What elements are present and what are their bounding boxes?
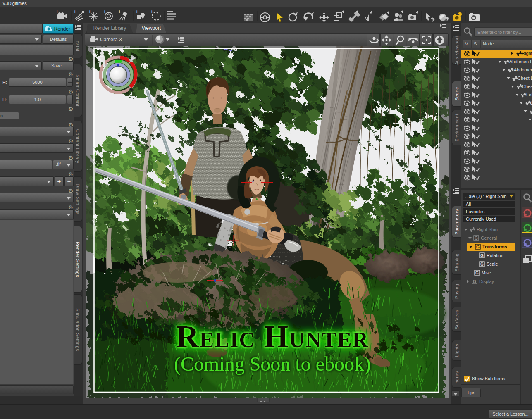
- svg-text:+: +: [136, 9, 138, 14]
- svg-text:Camera 3: Camera 3: [100, 37, 122, 43]
- svg-text:+: +: [56, 9, 58, 14]
- svg-text:+: +: [74, 9, 76, 14]
- svg-text:G: G: [473, 279, 476, 284]
- svg-text:+: +: [150, 9, 153, 14]
- svg-text:G: G: [475, 236, 478, 240]
- svg-text:G: G: [476, 245, 480, 249]
- svg-text:G: G: [480, 253, 484, 258]
- svg-text:G: G: [480, 262, 484, 267]
- svg-text:+: +: [118, 9, 121, 14]
- svg-text:+: +: [103, 9, 106, 14]
- svg-text:G: G: [475, 271, 479, 275]
- svg-text:(Coming Soon to ebook): (Coming Soon to ebook): [174, 353, 371, 375]
- svg-text:Relic Hunter: Relic Hunter: [176, 319, 369, 354]
